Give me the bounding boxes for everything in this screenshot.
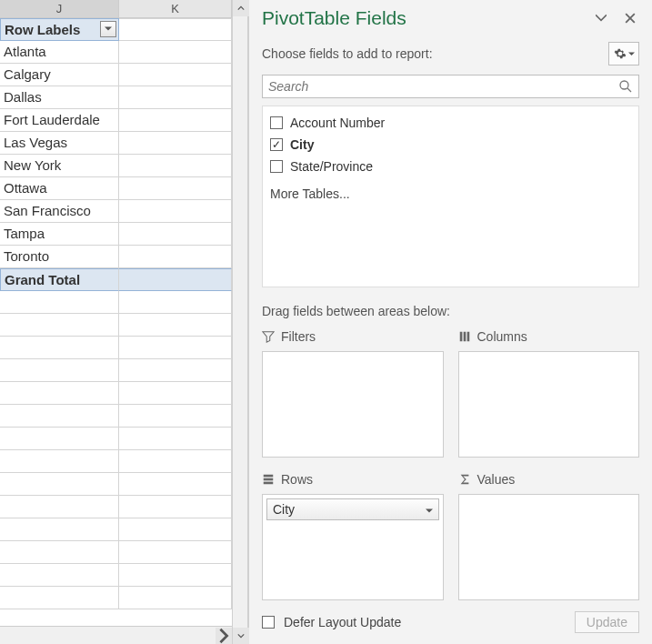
field-checkbox[interactable]	[270, 116, 283, 129]
field-item[interactable]: City	[270, 134, 631, 156]
svg-point-0	[620, 81, 628, 89]
values-area[interactable]: Values	[458, 468, 640, 600]
svg-rect-7	[264, 482, 274, 485]
cell[interactable]	[0, 541, 119, 564]
field-checkbox[interactable]	[270, 160, 283, 173]
cell[interactable]	[119, 86, 232, 109]
panel-dropdown-button[interactable]	[592, 9, 610, 27]
cell[interactable]	[119, 314, 232, 337]
cell[interactable]	[119, 291, 232, 314]
cell[interactable]	[0, 382, 119, 405]
cell[interactable]	[0, 428, 119, 450]
cell[interactable]: San Francisco	[0, 200, 119, 223]
cell[interactable]	[119, 41, 232, 64]
svg-rect-5	[264, 475, 274, 478]
cell[interactable]	[0, 314, 119, 337]
tools-button[interactable]	[608, 42, 639, 65]
cell[interactable]	[119, 200, 232, 223]
cell[interactable]	[119, 109, 232, 132]
update-button[interactable]: Update	[575, 611, 639, 633]
cell[interactable]	[119, 473, 232, 496]
column-headers: J K	[0, 0, 232, 18]
cell[interactable]	[0, 564, 119, 587]
field-item[interactable]: Account Number	[270, 112, 631, 134]
svg-rect-4	[466, 332, 469, 342]
cell[interactable]	[119, 564, 232, 587]
cell[interactable]	[119, 587, 232, 609]
cell[interactable]	[0, 473, 119, 496]
cell[interactable]: Ottawa	[0, 177, 119, 200]
vertical-scrollbar[interactable]	[232, 0, 248, 644]
cell[interactable]	[119, 428, 232, 450]
horizontal-scrollbar[interactable]	[0, 626, 232, 644]
rows-area[interactable]: Rows City	[262, 468, 444, 600]
cell[interactable]	[119, 246, 232, 268]
field-checkbox[interactable]	[270, 138, 283, 151]
cell[interactable]	[0, 359, 119, 382]
cell[interactable]	[119, 359, 232, 382]
field-chip[interactable]: City	[266, 498, 439, 520]
column-header-J[interactable]: J	[0, 0, 119, 17]
cell[interactable]: New York	[0, 155, 119, 177]
cell[interactable]	[119, 450, 232, 473]
gear-icon	[614, 47, 627, 60]
svg-line-1	[627, 88, 631, 92]
svg-rect-3	[463, 332, 466, 342]
cell[interactable]: Las Vegas	[0, 132, 119, 155]
drag-areas-label: Drag fields between areas below:	[262, 304, 639, 318]
cell[interactable]	[0, 450, 119, 473]
field-label: Account Number	[290, 116, 385, 130]
cell[interactable]	[119, 132, 232, 155]
cell[interactable]	[119, 518, 232, 541]
cell[interactable]: Grand Total	[0, 268, 119, 291]
cell[interactable]: Fort Lauderdale	[0, 109, 119, 132]
cell[interactable]: Row Labels	[0, 18, 119, 41]
cell[interactable]: Tampa	[0, 223, 119, 246]
pivottable-fields-panel: PivotTable Fields Choose fields to add t…	[248, 0, 652, 644]
cell[interactable]	[119, 496, 232, 518]
rows-icon	[262, 473, 275, 486]
cell[interactable]	[119, 337, 232, 359]
scroll-down-button[interactable]	[233, 628, 249, 644]
filter-icon	[262, 330, 275, 343]
defer-layout-label: Defer Layout Update	[284, 615, 566, 629]
cell[interactable]	[119, 541, 232, 564]
chip-label: City	[273, 502, 295, 517]
close-icon[interactable]	[621, 9, 639, 27]
field-item[interactable]: State/Province	[270, 156, 631, 177]
cell[interactable]	[119, 268, 232, 291]
cell[interactable]: Atlanta	[0, 41, 119, 64]
cell[interactable]	[0, 587, 119, 609]
cell[interactable]: Calgary	[0, 64, 119, 86]
cell[interactable]	[119, 177, 232, 200]
cell[interactable]	[119, 382, 232, 405]
cell[interactable]	[0, 496, 119, 518]
more-tables-link[interactable]: More Tables...	[270, 186, 631, 201]
panel-title: PivotTable Fields	[262, 7, 581, 29]
columns-area[interactable]: Columns	[458, 326, 640, 458]
chevron-down-icon	[628, 52, 635, 56]
defer-layout-checkbox[interactable]	[262, 616, 275, 629]
column-header-K[interactable]: K	[119, 0, 232, 17]
search-icon	[618, 79, 633, 94]
cell[interactable]	[0, 337, 119, 359]
cell[interactable]: Toronto	[0, 246, 119, 268]
columns-title: Columns	[477, 329, 527, 344]
cell[interactable]	[119, 405, 232, 428]
cell[interactable]	[0, 518, 119, 541]
sigma-icon	[458, 473, 471, 486]
search-input-container	[262, 75, 639, 98]
filter-dropdown-button[interactable]	[100, 21, 116, 37]
cell[interactable]	[0, 405, 119, 428]
cell[interactable]: Dallas	[0, 86, 119, 109]
cell[interactable]	[119, 155, 232, 177]
search-input[interactable]	[268, 79, 618, 94]
cell[interactable]	[0, 291, 119, 314]
cell[interactable]	[119, 18, 232, 41]
svg-rect-6	[264, 478, 274, 481]
scroll-right-button[interactable]	[216, 628, 232, 644]
cell[interactable]	[119, 64, 232, 86]
filters-area[interactable]: Filters	[262, 326, 444, 458]
scroll-up-button[interactable]	[233, 0, 249, 16]
cell[interactable]	[119, 223, 232, 246]
